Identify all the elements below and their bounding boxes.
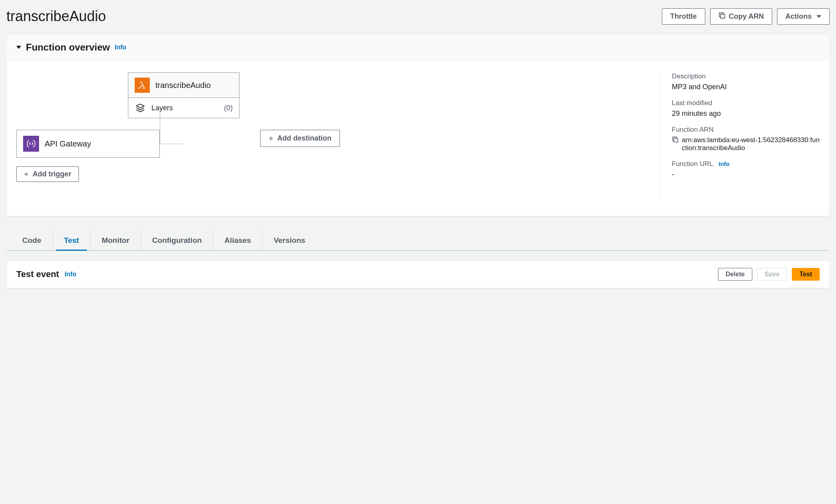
svg-rect-1 (674, 138, 678, 142)
function-url-label-text: Function URL (672, 160, 713, 168)
function-url-info-link[interactable]: Info (718, 160, 730, 167)
caret-down-icon (816, 15, 821, 18)
page-title: transcribeAudio (6, 8, 106, 25)
function-arn-value: arn:aws:lambda:eu-west-1:562328468330:fu… (682, 136, 820, 152)
tab-monitor[interactable]: Monitor (90, 231, 141, 250)
test-event-panel: Test event Info Delete Save Test (6, 260, 830, 288)
tab-test[interactable]: Test (53, 231, 91, 250)
diagram-area: transcribeAudio Layers (0) A (16, 72, 651, 200)
lambda-name: transcribeAudio (155, 81, 211, 90)
overview-title: Function overview (26, 42, 110, 53)
tab-aliases[interactable]: Aliases (213, 231, 263, 250)
delete-button[interactable]: Delete (718, 268, 752, 281)
add-trigger-button[interactable]: + Add trigger (16, 166, 79, 182)
copy-arn-button[interactable]: Copy ARN (710, 8, 772, 25)
header-actions: Throttle Copy ARN Actions (662, 8, 830, 25)
lambda-function-box[interactable]: transcribeAudio Layers (0) (128, 72, 239, 118)
test-event-info-link[interactable]: Info (65, 271, 76, 278)
actions-button[interactable]: Actions (777, 8, 830, 25)
copy-arn-label: Copy ARN (729, 12, 764, 21)
layers-row[interactable]: Layers (0) (128, 98, 239, 118)
connector-line (160, 110, 184, 144)
save-button[interactable]: Save (757, 268, 787, 281)
trigger-label: API Gateway (45, 139, 91, 148)
last-modified-value: 29 minutes ago (672, 109, 820, 118)
add-trigger-label: Add trigger (33, 170, 71, 178)
tabs: Code Test Monitor Configuration Aliases … (6, 231, 830, 251)
throttle-button[interactable]: Throttle (662, 8, 705, 25)
actions-label: Actions (785, 12, 812, 21)
add-destination-button[interactable]: + Add destination (260, 130, 340, 147)
lambda-icon (135, 78, 150, 93)
overview-header: Function overview Info (7, 35, 829, 61)
plus-icon: + (24, 170, 29, 178)
api-gateway-icon (23, 136, 39, 152)
function-overview-panel: Function overview Info transcribeAudio (6, 34, 830, 216)
overview-meta: Description MP3 and OpenAI Last modified… (660, 72, 820, 200)
tab-code[interactable]: Code (11, 231, 53, 250)
description-label: Description (672, 72, 820, 80)
plus-icon: + (269, 135, 273, 143)
layers-icon (135, 103, 146, 113)
copy-arn-icon[interactable] (672, 136, 679, 144)
collapse-caret-icon[interactable] (16, 46, 21, 49)
function-arn-label: Function ARN (672, 126, 820, 134)
overview-info-link[interactable]: Info (115, 44, 126, 51)
function-url-label: Function URL Info (672, 160, 820, 168)
test-button[interactable]: Test (792, 268, 820, 281)
svg-rect-0 (720, 14, 724, 18)
add-destination-label: Add destination (277, 134, 332, 143)
test-event-title: Test event (16, 269, 59, 279)
function-url-value: - (672, 170, 820, 179)
trigger-api-gateway[interactable]: API Gateway (16, 130, 160, 158)
description-value: MP3 and OpenAI (672, 83, 820, 91)
tab-configuration[interactable]: Configuration (141, 231, 214, 250)
copy-icon (718, 12, 726, 21)
last-modified-label: Last modified (672, 99, 820, 107)
tab-versions[interactable]: Versions (263, 231, 316, 250)
layers-count: (0) (224, 104, 233, 112)
